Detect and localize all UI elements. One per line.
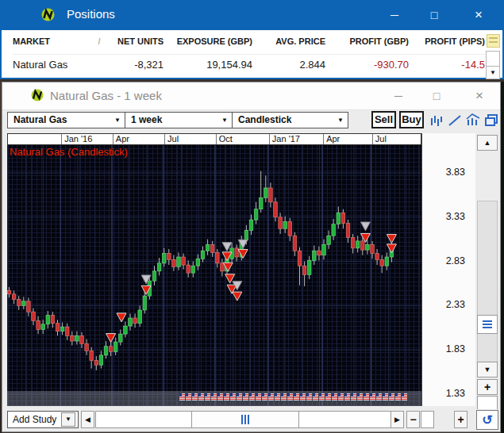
buy-button[interactable]: Buy [399, 111, 424, 128]
zoom-in-button[interactable]: + [477, 379, 498, 395]
candle-body [138, 310, 142, 324]
maximize-button[interactable]: □ [423, 84, 450, 108]
order-marker[interactable] [360, 222, 370, 231]
candle-body [56, 324, 60, 331]
y-axis-label: 3.33 [446, 211, 465, 222]
candle-body [332, 224, 336, 236]
scroll-down-icon[interactable]: ▼ [477, 362, 498, 377]
candle-body [307, 260, 311, 274]
chart-bars-icon[interactable] [429, 113, 444, 128]
candle-body [244, 231, 248, 240]
scroll-right-icon[interactable]: ▶ [391, 411, 404, 428]
candle-body [167, 254, 171, 260]
horizontal-scroll-thumb[interactable] [191, 412, 299, 427]
app-logo-icon [31, 89, 44, 105]
minimize-button[interactable]: ─ [381, 3, 408, 27]
candle-body [259, 197, 263, 209]
candle-body [254, 209, 258, 220]
scroll-down-icon[interactable]: ▼ [487, 66, 499, 79]
column-header-avg-price[interactable]: AVG. PRICE [252, 36, 325, 46]
x-axis-label: Oct [219, 134, 233, 144]
column-header-net-units[interactable]: NET UNITS [106, 36, 164, 46]
chart-titlebar[interactable]: Natural Gas - 1 week ─ □ × [2, 82, 500, 110]
studies-chart-icon[interactable] [465, 113, 481, 128]
refresh-icon: ↺ [482, 413, 492, 427]
hzoom-in-button[interactable]: + [454, 411, 467, 428]
market-dropdown[interactable]: Natural Gas ▼ [7, 112, 125, 128]
positions-table: MARKET / NET UNITS EXPOSURE (GBP) AVG. P… [0, 30, 504, 79]
x-axis-label: Jul [375, 134, 387, 144]
candlestick-series [7, 171, 394, 370]
positions-titlebar[interactable]: Positions ─ □ × [0, 0, 504, 30]
candle-body [152, 271, 156, 281]
candle-body [375, 254, 379, 260]
price-chart[interactable]: Natural Gas (Candlestick) [7, 145, 421, 406]
column-header-market[interactable]: MARKET [13, 36, 92, 46]
refresh-button[interactable]: ↺ [476, 410, 498, 430]
table-row[interactable]: Natural Gas -8,321 19,154.94 2.844 -930.… [13, 54, 485, 71]
close-button[interactable]: × [466, 84, 493, 108]
candle-body [80, 335, 84, 343]
maximize-button[interactable]: □ [421, 3, 448, 27]
positions-scrollbar[interactable]: ▼ [486, 51, 500, 79]
candle-body [274, 202, 278, 217]
hzoom-slider[interactable] [421, 411, 434, 428]
scroll-left-icon[interactable]: ◀ [81, 411, 94, 428]
candle-body [90, 351, 94, 360]
candle-body [27, 301, 31, 312]
horizontal-scroll-track[interactable] [95, 411, 404, 428]
candle-body [371, 244, 375, 253]
x-axis-separator [216, 134, 217, 145]
column-header-profit-pips[interactable]: PROFIT (PIPS) [409, 36, 485, 46]
candle-body [313, 251, 317, 260]
column-header-profit-gbp[interactable]: PROFIT (GBP) [325, 36, 409, 46]
chart-type-dropdown[interactable]: Candlestick ▼ [232, 112, 348, 128]
sort-indicator-icon: / [92, 36, 106, 46]
sell-button[interactable]: Sell [371, 111, 396, 128]
x-axis-label: Jul [167, 134, 179, 144]
chevron-down-icon: ▼ [337, 113, 344, 128]
column-header-exposure[interactable]: EXPOSURE (GBP) [164, 36, 252, 46]
candle-body [351, 237, 355, 247]
panel-menu-icon[interactable] [487, 34, 500, 48]
period-dropdown[interactable]: 1 week ▼ [125, 112, 233, 128]
scroll-up-icon[interactable]: ▲ [477, 135, 498, 151]
candle-body [99, 355, 103, 365]
screen: Positions ─ □ × MARKET / NET UNITS EXPOS… [0, 0, 504, 433]
x-axis-label: Jan '16 [64, 134, 92, 144]
draw-trendline-icon[interactable] [447, 113, 463, 128]
candle-body [162, 254, 166, 263]
close-button[interactable]: × [465, 3, 492, 27]
candle-body [51, 316, 55, 324]
duplicate-chart-icon[interactable] [483, 113, 499, 128]
candle-body [187, 265, 190, 273]
x-axis-label: Apr [116, 134, 129, 144]
vertical-scroll-thumb[interactable] [477, 315, 498, 334]
candle-body [46, 316, 50, 324]
vertical-zoom-slider[interactable] [477, 396, 498, 410]
chevron-down-icon: ▼ [221, 113, 228, 128]
candle-body [279, 217, 283, 229]
candle-body [177, 257, 181, 266]
candle-body [264, 188, 268, 197]
candle-body [361, 241, 365, 250]
add-study-dropdown[interactable]: Add Study ▼ [7, 411, 79, 428]
candle-body [191, 266, 195, 273]
minimize-button[interactable]: ─ [385, 84, 412, 108]
candle-body [94, 361, 98, 366]
chart-type-dropdown-value: Candlestick [238, 114, 291, 125]
sell-marker[interactable] [117, 313, 126, 322]
y-axis-label: 1.83 [446, 343, 465, 354]
x-axis-separator [61, 134, 62, 145]
positions-window: Positions ─ □ × MARKET / NET UNITS EXPOS… [0, 0, 504, 82]
cell-net-units: -8,321 [106, 59, 164, 71]
vertical-scroll-track[interactable] [477, 201, 498, 377]
sell-marker[interactable] [223, 262, 233, 271]
candle-body [196, 259, 200, 266]
x-axis-separator [164, 134, 165, 145]
candle-body [17, 300, 21, 306]
sell-marker[interactable] [106, 334, 116, 343]
sell-marker[interactable] [233, 292, 242, 301]
hzoom-out-button[interactable]: − [406, 411, 420, 428]
chevron-down-icon: ▼ [114, 113, 121, 128]
